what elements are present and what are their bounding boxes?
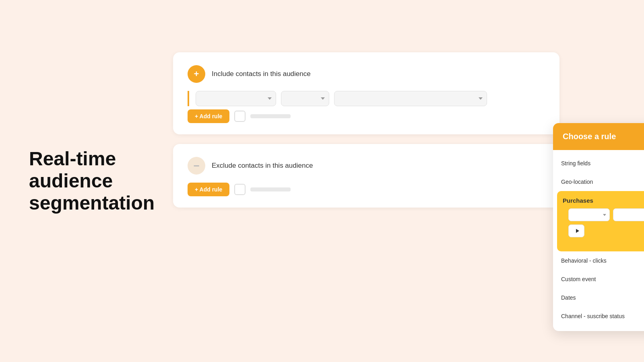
exclude-card-title: Exclude contacts in this audience [212, 162, 313, 170]
include-icon: + [188, 65, 205, 83]
dropdown-item-dates[interactable]: Dates [553, 288, 644, 307]
include-select-2[interactable] [281, 91, 329, 106]
purchases-confirm-button[interactable] [568, 224, 584, 237]
include-select-1[interactable] [196, 91, 276, 106]
exclude-card-header: − Exclude contacts in this audience [188, 157, 545, 175]
include-footer-line [250, 114, 291, 118]
include-card: + Include contacts in this audience + Ad… [173, 52, 559, 134]
hero-line1: Real-time [29, 148, 116, 169]
dropdown-item-custom-event-label: Custom event [561, 276, 596, 282]
include-footer-check [234, 111, 246, 122]
purchases-row-1 [568, 208, 644, 221]
include-card-body [188, 91, 545, 106]
hero-text: Real-time audience segmentation [29, 148, 155, 214]
dropdown-item-channel-subscribe-label: Channel - suscribe status [561, 313, 625, 319]
dropdown-item-string-fields-label: String fields [561, 160, 590, 167]
include-rule-row [188, 91, 545, 106]
purchases-expanded [563, 208, 644, 246]
exclude-footer-check [234, 184, 246, 195]
include-add-rule-button[interactable]: + Add rule [188, 109, 229, 123]
include-card-footer: + Add rule [188, 109, 545, 123]
dropdown-list: String fields Geo-location Purchases [553, 150, 644, 331]
dropdown-title: Choose a rule [563, 132, 644, 141]
include-card-title: Include contacts in this audience [212, 70, 311, 78]
hero-line3: segmentation [29, 193, 155, 214]
dropdown-item-purchases[interactable]: Purchases [557, 191, 644, 251]
dropdown-item-string-fields[interactable]: String fields [553, 154, 644, 173]
dropdown-item-geo-location[interactable]: Geo-location [553, 173, 644, 191]
dropdown-item-custom-event[interactable]: Custom event [553, 270, 644, 288]
purchases-confirm-arrow-icon [576, 229, 579, 233]
dropdown-header: Choose a rule [553, 123, 644, 150]
purchases-select-1[interactable] [568, 208, 610, 221]
dropdown-item-geo-location-label: Geo-location [561, 179, 593, 185]
dropdown-item-purchases-label: Purchases [563, 197, 593, 204]
exclude-icon: − [188, 157, 205, 175]
choose-rule-panel: Choose a rule String fields Geo-location [553, 123, 644, 331]
dropdown-item-dates-label: Dates [561, 294, 576, 301]
hero-line2: audience [29, 170, 113, 191]
exclude-add-rule-button[interactable]: + Add rule [188, 183, 229, 196]
include-card-header: + Include contacts in this audience [188, 65, 545, 83]
dropdown-item-behavioral-clicks[interactable]: Behavioral - clicks [553, 251, 644, 270]
exclude-card: − Exclude contacts in this audience + Ad… [173, 144, 559, 208]
include-select-3[interactable] [334, 91, 487, 106]
purchases-row-2 [568, 224, 644, 237]
dropdown-item-behavioral-clicks-label: Behavioral - clicks [561, 257, 607, 264]
dropdown-item-channel-subscribe[interactable]: Channel - suscribe status [553, 307, 644, 325]
main-panel: + Include contacts in this audience + Ad… [173, 52, 559, 208]
exclude-footer-line [250, 187, 291, 191]
purchases-select-2[interactable] [613, 208, 644, 221]
exclude-card-footer: + Add rule [188, 183, 545, 196]
